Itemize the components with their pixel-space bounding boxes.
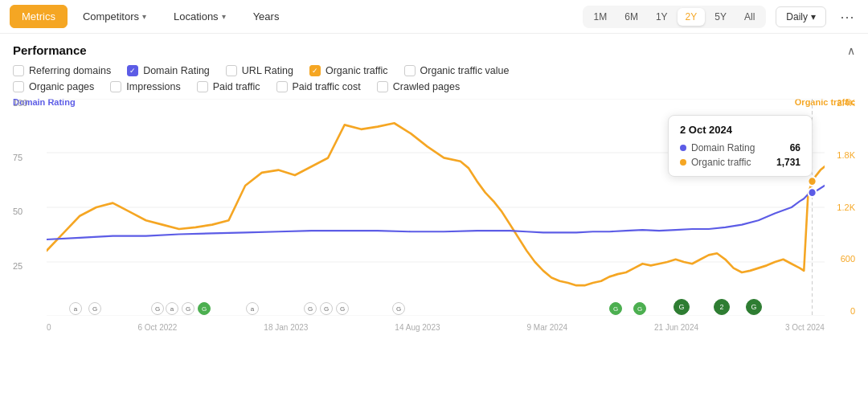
chevron-up-icon: ∧ [847,44,855,57]
checkbox-unchecked [110,81,121,92]
annotations-bar: a G G a G G a G G G G G G G 2 G [47,301,825,316]
metric-checkboxes: Referring domains ✓ Domain Rating URL Ra… [13,65,855,92]
checkbox-checked-orange: ✓ [309,65,321,76]
checkbox-row-1: Referring domains ✓ Domain Rating URL Ra… [13,65,855,76]
annotation-icon-g11-darkgreen[interactable]: G [674,299,690,315]
collapse-button[interactable]: ∧ [847,44,855,57]
chevron-down-icon: ▾ [142,12,146,21]
checkbox-unchecked [226,65,237,76]
y-right-0: 0 [826,307,855,316]
tab-years[interactable]: Years [241,5,292,28]
time-btn-1y[interactable]: 1Y [648,8,676,26]
checkbox-organic-traffic-value[interactable]: Organic traffic value [404,65,510,76]
y-axis-right: 2.4K 1.8K 1.2K 600 0 [826,99,855,332]
annotation-icon-g7[interactable]: G [336,302,349,315]
time-btn-1m[interactable]: 1M [586,8,616,26]
time-btn-5y[interactable]: 5Y [706,8,735,26]
y-right-2400: 2.4K [826,99,855,108]
performance-title: Performance [13,43,87,57]
checkbox-unchecked [404,65,416,76]
x-axis: 0 6 Oct 2022 18 Jan 2023 14 Aug 2023 9 M… [47,323,825,332]
y-left-25: 25 [13,262,42,271]
time-btn-6m[interactable]: 6M [616,8,646,26]
annotation-icon-g1[interactable]: G [88,302,101,315]
checkbox-organic-pages[interactable]: Organic pages [13,81,94,92]
performance-chart: Domain Rating Organic traffic 100 75 50 … [13,99,855,332]
y-left-50: 50 [13,207,42,216]
annotation-icon-a1[interactable]: a [69,302,82,315]
checkbox-url-rating[interactable]: URL Rating [226,65,293,76]
checkbox-paid-traffic[interactable]: Paid traffic [197,81,260,92]
annotation-icon-2-darkgreen[interactable]: 2 [714,299,730,315]
tab-locations[interactable]: Locations ▾ [162,5,238,28]
chart-lines [47,99,825,316]
y-right-600: 600 [826,255,855,264]
checkbox-unchecked [276,81,288,92]
checkbox-crawled-pages[interactable]: Crawled pages [377,81,460,92]
tab-competitors[interactable]: Competitors ▾ [71,5,158,28]
checkbox-unchecked [13,65,24,76]
x-label-jun2024: 21 Jun 2024 [654,323,698,332]
checkbox-domain-rating[interactable]: ✓ Domain Rating [127,65,210,76]
x-label-oct2024: 3 Oct 2024 [785,323,825,332]
chevron-down-icon: ▾ [222,12,226,21]
checkbox-paid-traffic-cost[interactable]: Paid traffic cost [276,81,361,92]
annotation-icon-g5[interactable]: G [304,302,317,315]
y-axis-left: 100 75 50 25 [13,99,45,332]
top-nav: Metrics Competitors ▾ Locations ▾ Years … [0,0,868,34]
x-label-aug2023: 14 Aug 2023 [395,323,440,332]
y-right-1200: 1.2K [826,203,855,212]
checkbox-unchecked [13,81,24,92]
domain-rating-line [47,186,825,239]
annotation-icon-a3[interactable]: a [246,302,259,315]
annotation-icon-g6[interactable]: G [320,302,333,315]
annotation-icon-g3[interactable]: G [182,302,194,315]
x-label-oct2022: 6 Oct 2022 [138,323,178,332]
checkmark-icon: ✓ [312,68,318,75]
time-btn-2y[interactable]: 2Y [678,8,706,26]
checkbox-unchecked [197,81,208,92]
performance-header: Performance ∧ [13,43,855,57]
tab-metrics[interactable]: Metrics [10,5,68,28]
tooltip-dot-purple [808,188,816,197]
checkbox-referring-domains[interactable]: Referring domains [13,65,111,76]
annotation-icon-g8[interactable]: G [392,302,405,315]
x-label-mar2024: 9 Mar 2024 [526,323,567,332]
y-left-100: 100 [13,99,42,108]
annotation-icon-a2[interactable]: a [166,302,178,315]
time-btn-all[interactable]: All [736,8,763,26]
granularity-button[interactable]: Daily ▾ [776,6,826,27]
checkbox-checked-purple: ✓ [127,65,138,76]
chevron-down-icon: ▾ [811,11,816,22]
checkbox-row-2: Organic pages Impressions Paid traffic P… [13,81,855,92]
x-label-0: 0 [47,323,51,332]
more-options-button[interactable]: ⋯ [836,6,858,28]
annotation-icon-g4-green[interactable]: G [198,302,211,315]
annotation-icon-g9-green[interactable]: G [609,302,622,315]
checkbox-impressions[interactable]: Impressions [110,81,180,92]
y-left-75: 75 [13,153,42,162]
performance-section: Performance ∧ Referring domains ✓ Domain… [0,34,868,332]
more-icon: ⋯ [840,8,855,26]
checkbox-unchecked [377,81,388,92]
annotation-icon-g2[interactable]: G [151,302,164,315]
checkbox-organic-traffic[interactable]: ✓ Organic traffic [309,65,388,76]
organic-traffic-line [47,123,825,285]
annotation-icon-g10-green[interactable]: G [633,302,646,315]
checkmark-icon: ✓ [129,68,136,75]
tooltip-dot-orange [808,177,816,186]
y-right-1800: 1.8K [826,151,855,160]
time-range-group: 1M 6M 1Y 2Y 5Y All [583,6,767,28]
x-label-jan2023: 18 Jan 2023 [264,323,308,332]
annotation-icon-g12-darkgreen[interactable]: G [746,299,762,315]
chart-svg-area: 2 Oct 2024 Domain Rating 66 Organic traf… [47,99,825,316]
